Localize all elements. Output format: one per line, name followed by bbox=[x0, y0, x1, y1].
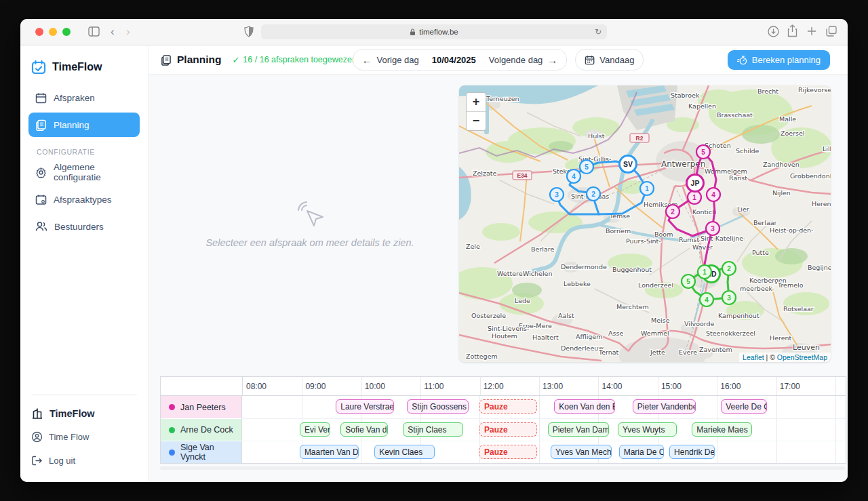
map-place-label: Jette bbox=[650, 348, 665, 356]
driver-marker-JP[interactable]: JP bbox=[687, 175, 704, 192]
route-stop-marker[interactable]: 2 bbox=[722, 262, 736, 275]
time-label: 10:00 bbox=[361, 377, 385, 395]
appointment-block[interactable]: Koen Van den B bbox=[554, 399, 615, 414]
map-attribution: Leaflet | © OpenStreetMap bbox=[739, 353, 831, 362]
map-place-label: Evere bbox=[679, 348, 697, 356]
appointment-block[interactable]: Yves Wuyts bbox=[618, 422, 677, 437]
driver-name-cell[interactable]: Jan Peeters bbox=[161, 396, 242, 418]
sidebar-item-planning[interactable]: Planning bbox=[28, 113, 140, 137]
sidebar-toggle-icon[interactable] bbox=[88, 26, 100, 37]
share-icon[interactable] bbox=[787, 24, 797, 37]
hour-gridline bbox=[539, 441, 540, 463]
minimize-window-button[interactable] bbox=[49, 28, 57, 36]
downloads-icon[interactable] bbox=[768, 26, 779, 37]
route-stop-marker[interactable]: 3 bbox=[706, 222, 719, 235]
route-stop-marker[interactable]: 5 bbox=[580, 160, 593, 174]
map-place-label: Dendermonde bbox=[561, 263, 607, 270]
previous-day-button[interactable]: ← Vorige dag bbox=[353, 55, 428, 65]
close-window-button[interactable] bbox=[35, 28, 43, 36]
tab-overview-icon[interactable] bbox=[826, 26, 837, 37]
zoom-window-button[interactable] bbox=[62, 28, 71, 36]
map-place-label: Sint-Katelijne- bbox=[701, 235, 746, 242]
zoom-in-button[interactable]: + bbox=[467, 93, 486, 112]
route-stop-marker[interactable]: 3 bbox=[722, 291, 736, 304]
svg-text:5: 5 bbox=[701, 148, 705, 156]
pause-block[interactable]: Pauze bbox=[479, 422, 537, 437]
route-stop-marker[interactable]: 1 bbox=[698, 265, 711, 279]
map-place-label: Rumst bbox=[679, 236, 699, 243]
appointment-block[interactable]: Sofie Van de bbox=[340, 422, 388, 437]
sidebar-item-label: Afspraken bbox=[54, 93, 95, 103]
stopwatch-icon bbox=[737, 55, 747, 65]
appointment-block[interactable]: Veerle De C bbox=[721, 399, 766, 414]
back-button[interactable]: ‹ bbox=[111, 26, 115, 38]
map-place-label: Hulst bbox=[588, 132, 605, 140]
next-day-button[interactable]: Volgende dag → bbox=[480, 55, 567, 65]
appointment-block[interactable]: Laure Verstraete bbox=[336, 399, 394, 414]
map-place-label: Vilvoorde bbox=[684, 320, 715, 327]
timeline-scrollbar[interactable] bbox=[160, 466, 845, 470]
route-stop-marker[interactable]: 5 bbox=[682, 275, 695, 288]
sidebar-item-afspraaktypes[interactable]: Afspraaktypes bbox=[28, 187, 140, 212]
appointment-block[interactable]: Evi Verh bbox=[300, 422, 330, 437]
map-place-label: Kapellen bbox=[688, 102, 716, 110]
route-stop-marker[interactable]: 1 bbox=[640, 182, 654, 195]
appointment-block[interactable]: Marieke Maes bbox=[692, 422, 751, 437]
route-stop-marker[interactable]: 3 bbox=[550, 188, 564, 201]
sidebar-item-afspraken[interactable]: Afspraken bbox=[28, 85, 140, 110]
appointment-block[interactable]: Hendrik De V bbox=[669, 445, 715, 459]
new-tab-icon[interactable] bbox=[807, 26, 816, 36]
driver-marker-SV[interactable]: SV bbox=[620, 156, 637, 173]
map-place-label: Zaventem bbox=[699, 346, 732, 353]
appointment-block[interactable]: Pieter Vandenbe bbox=[633, 399, 696, 414]
sidebar-item-bestuurders[interactable]: Bestuurders bbox=[28, 214, 140, 239]
pause-block[interactable]: Pauze bbox=[479, 445, 537, 459]
map-place-label: Zandhoven bbox=[763, 161, 800, 168]
logout-label: Log uit bbox=[49, 456, 75, 466]
today-button[interactable]: Vandaag bbox=[575, 49, 644, 71]
svg-text:3: 3 bbox=[727, 294, 731, 302]
map-canvas[interactable]: TerneuzenHulstZelzateStekeneSint-Gillis-… bbox=[459, 85, 831, 362]
sidebar-item-label: Afspraaktypes bbox=[54, 195, 112, 205]
driver-name-cell[interactable]: Sige Van Vynckt bbox=[161, 441, 242, 463]
appointment-block[interactable]: Stijn Goossens bbox=[407, 399, 469, 414]
logout-button[interactable]: Log uit bbox=[20, 449, 148, 473]
url-bar[interactable]: timeflow.be ↻ bbox=[261, 24, 607, 39]
appointment-block[interactable]: Kevin Claes bbox=[374, 445, 435, 459]
driver-color-dot bbox=[169, 427, 175, 433]
map-place-label: Haaltert bbox=[532, 334, 559, 341]
route-stop-marker[interactable]: 2 bbox=[587, 187, 600, 201]
map-place-label: Begijnendijk bbox=[808, 264, 831, 271]
privacy-shield-icon[interactable] bbox=[244, 26, 254, 37]
driver-name-cell[interactable]: Arne De Cock bbox=[161, 418, 242, 441]
hour-gridline bbox=[717, 396, 717, 418]
route-stop-marker[interactable]: 2 bbox=[666, 205, 679, 218]
route-stop-marker[interactable]: 1 bbox=[688, 191, 701, 204]
reload-icon[interactable]: ↻ bbox=[595, 27, 601, 37]
pause-block[interactable]: Pauze bbox=[479, 399, 537, 414]
forward-button[interactable]: › bbox=[126, 26, 130, 38]
schedule-timeline: 08:0009:0010:0011:0012:0013:0014:0015:00… bbox=[160, 376, 846, 464]
today-label: Vandaag bbox=[599, 55, 634, 65]
appointment-block[interactable]: Pieter Van Damm bbox=[548, 422, 609, 437]
appointment-block[interactable]: Stijn Claes bbox=[403, 422, 462, 437]
user-account-row[interactable]: Time Flow bbox=[20, 425, 148, 449]
map-place-label: Wichelen bbox=[523, 270, 552, 277]
route-stop-marker[interactable]: 4 bbox=[700, 293, 713, 306]
calculate-planning-button[interactable]: Bereken planning bbox=[728, 50, 830, 70]
time-label: 09:00 bbox=[302, 377, 326, 395]
zoom-out-button[interactable]: − bbox=[467, 112, 486, 130]
sidebar-item-algemene-configuratie[interactable]: Algemene configuratie bbox=[28, 160, 140, 184]
map-place-label: Brasschaat bbox=[717, 111, 753, 119]
route-stop-marker[interactable]: 5 bbox=[696, 145, 710, 159]
appointment-block[interactable]: Maarten Van Da bbox=[300, 445, 359, 459]
leaflet-link[interactable]: Leaflet bbox=[743, 353, 764, 361]
osm-link[interactable]: OpenStreetMap bbox=[777, 353, 827, 361]
map[interactable]: + − Leaflet | © OpenStreetMap bbox=[459, 85, 831, 362]
route-stop-marker[interactable]: 4 bbox=[567, 169, 580, 183]
appointment-block[interactable]: Yves Van Meche bbox=[551, 445, 612, 459]
appointment-block[interactable]: Maria De Co bbox=[619, 445, 665, 459]
status-text: 16 / 16 afspraken toegewezen bbox=[243, 55, 356, 64]
route-stop-marker[interactable]: 4 bbox=[707, 188, 720, 201]
date-navigation: ← Vorige dag 10/04/2025 Volgende dag → bbox=[353, 49, 568, 71]
